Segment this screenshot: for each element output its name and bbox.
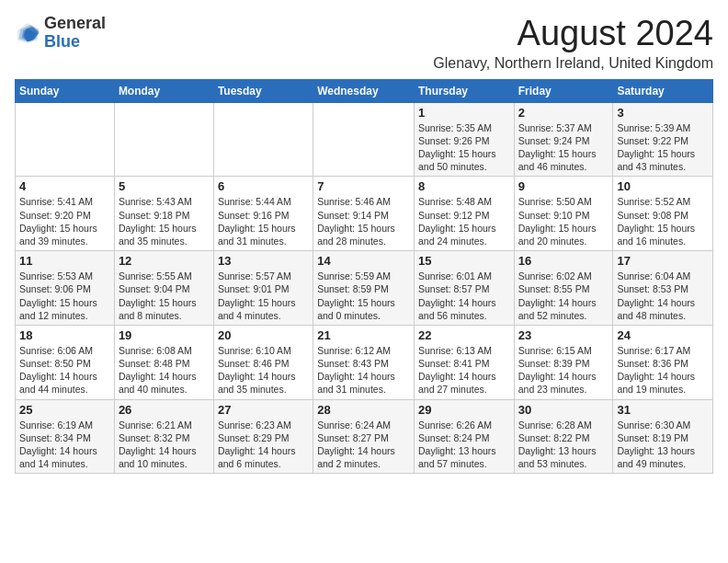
day-info: Sunrise: 5:35 AM Sunset: 9:26 PM Dayligh… xyxy=(418,121,510,174)
col-saturday: Saturday xyxy=(613,79,713,102)
day-number: 7 xyxy=(317,179,410,193)
day-number: 30 xyxy=(518,403,609,417)
calendar-week-row: 1Sunrise: 5:35 AM Sunset: 9:26 PM Daylig… xyxy=(16,102,713,177)
day-number: 3 xyxy=(617,106,709,120)
day-info: Sunrise: 5:53 AM Sunset: 9:06 PM Dayligh… xyxy=(19,270,110,322)
table-row: 7Sunrise: 5:46 AM Sunset: 9:14 PM Daylig… xyxy=(313,177,415,251)
day-info: Sunrise: 5:59 AM Sunset: 8:59 PM Dayligh… xyxy=(317,270,410,322)
day-info: Sunrise: 6:04 AM Sunset: 8:53 PM Dayligh… xyxy=(617,270,709,322)
day-number: 20 xyxy=(218,328,309,342)
day-number: 10 xyxy=(617,179,709,193)
table-row: 16Sunrise: 6:02 AM Sunset: 8:55 PM Dayli… xyxy=(514,251,613,326)
day-number: 9 xyxy=(518,179,609,193)
day-info: Sunrise: 6:19 AM Sunset: 8:34 PM Dayligh… xyxy=(19,419,110,471)
day-info: Sunrise: 5:50 AM Sunset: 9:10 PM Dayligh… xyxy=(518,195,609,247)
day-number: 29 xyxy=(418,403,510,417)
day-number: 25 xyxy=(19,403,110,417)
day-number: 4 xyxy=(19,179,110,193)
day-info: Sunrise: 5:39 AM Sunset: 9:22 PM Dayligh… xyxy=(617,121,709,174)
table-row: 12Sunrise: 5:55 AM Sunset: 9:04 PM Dayli… xyxy=(114,251,213,326)
page: General Blue August 2024 Glenavy, Northe… xyxy=(0,0,728,485)
logo-text: General Blue xyxy=(44,15,106,52)
title-block: August 2024 Glenavy, Northern Ireland, U… xyxy=(433,15,713,72)
table-row: 19Sunrise: 6:08 AM Sunset: 8:48 PM Dayli… xyxy=(114,325,213,399)
day-info: Sunrise: 6:24 AM Sunset: 8:27 PM Dayligh… xyxy=(317,419,410,471)
col-wednesday: Wednesday xyxy=(313,79,415,102)
table-row: 3Sunrise: 5:39 AM Sunset: 9:22 PM Daylig… xyxy=(613,102,713,177)
logo-icon xyxy=(15,20,40,46)
calendar-week-row: 18Sunrise: 6:06 AM Sunset: 8:50 PM Dayli… xyxy=(16,325,713,399)
day-info: Sunrise: 6:06 AM Sunset: 8:50 PM Dayligh… xyxy=(19,344,110,396)
day-info: Sunrise: 6:08 AM Sunset: 8:48 PM Dayligh… xyxy=(119,344,210,396)
table-row: 13Sunrise: 5:57 AM Sunset: 9:01 PM Dayli… xyxy=(213,251,313,326)
col-tuesday: Tuesday xyxy=(213,79,313,102)
day-number: 17 xyxy=(617,254,709,268)
table-row: 27Sunrise: 6:23 AM Sunset: 8:29 PM Dayli… xyxy=(213,399,313,474)
table-row: 18Sunrise: 6:06 AM Sunset: 8:50 PM Dayli… xyxy=(16,325,115,399)
day-number: 31 xyxy=(617,403,709,417)
table-row xyxy=(114,102,213,177)
table-row: 31Sunrise: 6:30 AM Sunset: 8:19 PM Dayli… xyxy=(613,399,713,474)
table-row: 4Sunrise: 5:41 AM Sunset: 9:20 PM Daylig… xyxy=(16,177,115,251)
logo: General Blue xyxy=(15,15,106,52)
table-row: 29Sunrise: 6:26 AM Sunset: 8:24 PM Dayli… xyxy=(414,399,514,474)
day-number: 26 xyxy=(119,403,210,417)
day-info: Sunrise: 5:48 AM Sunset: 9:12 PM Dayligh… xyxy=(418,195,510,247)
day-info: Sunrise: 6:30 AM Sunset: 8:19 PM Dayligh… xyxy=(617,419,709,471)
day-number: 5 xyxy=(119,179,210,193)
day-info: Sunrise: 6:02 AM Sunset: 8:55 PM Dayligh… xyxy=(518,270,609,322)
table-row xyxy=(313,102,415,177)
day-number: 8 xyxy=(418,179,510,193)
table-row: 9Sunrise: 5:50 AM Sunset: 9:10 PM Daylig… xyxy=(514,177,613,251)
table-row: 23Sunrise: 6:15 AM Sunset: 8:39 PM Dayli… xyxy=(514,325,613,399)
table-row: 8Sunrise: 5:48 AM Sunset: 9:12 PM Daylig… xyxy=(414,177,514,251)
calendar-table: Sunday Monday Tuesday Wednesday Thursday… xyxy=(15,79,713,474)
day-number: 2 xyxy=(518,106,609,120)
table-row: 6Sunrise: 5:44 AM Sunset: 9:16 PM Daylig… xyxy=(213,177,313,251)
day-number: 24 xyxy=(617,328,709,342)
day-number: 22 xyxy=(418,328,510,342)
table-row: 28Sunrise: 6:24 AM Sunset: 8:27 PM Dayli… xyxy=(313,399,415,474)
month-title: August 2024 xyxy=(433,15,713,53)
col-sunday: Sunday xyxy=(16,79,115,102)
day-number: 19 xyxy=(119,328,210,342)
day-number: 16 xyxy=(518,254,609,268)
calendar-header-row: Sunday Monday Tuesday Wednesday Thursday… xyxy=(16,79,713,102)
table-row: 20Sunrise: 6:10 AM Sunset: 8:46 PM Dayli… xyxy=(213,325,313,399)
day-info: Sunrise: 6:13 AM Sunset: 8:41 PM Dayligh… xyxy=(418,344,510,396)
day-info: Sunrise: 6:15 AM Sunset: 8:39 PM Dayligh… xyxy=(518,344,609,396)
day-info: Sunrise: 5:44 AM Sunset: 9:16 PM Dayligh… xyxy=(218,195,309,247)
table-row: 14Sunrise: 5:59 AM Sunset: 8:59 PM Dayli… xyxy=(313,251,415,326)
location: Glenavy, Northern Ireland, United Kingdo… xyxy=(433,55,713,72)
calendar-week-row: 25Sunrise: 6:19 AM Sunset: 8:34 PM Dayli… xyxy=(16,399,713,474)
day-info: Sunrise: 6:12 AM Sunset: 8:43 PM Dayligh… xyxy=(317,344,410,396)
day-number: 18 xyxy=(19,328,110,342)
table-row: 5Sunrise: 5:43 AM Sunset: 9:18 PM Daylig… xyxy=(114,177,213,251)
table-row: 15Sunrise: 6:01 AM Sunset: 8:57 PM Dayli… xyxy=(414,251,514,326)
day-info: Sunrise: 6:28 AM Sunset: 8:22 PM Dayligh… xyxy=(518,419,609,471)
day-number: 15 xyxy=(418,254,510,268)
table-row: 11Sunrise: 5:53 AM Sunset: 9:06 PM Dayli… xyxy=(16,251,115,326)
table-row: 30Sunrise: 6:28 AM Sunset: 8:22 PM Dayli… xyxy=(514,399,613,474)
table-row: 17Sunrise: 6:04 AM Sunset: 8:53 PM Dayli… xyxy=(613,251,713,326)
day-number: 13 xyxy=(218,254,309,268)
col-monday: Monday xyxy=(114,79,213,102)
day-info: Sunrise: 5:55 AM Sunset: 9:04 PM Dayligh… xyxy=(119,270,210,322)
day-number: 1 xyxy=(418,106,510,120)
table-row: 2Sunrise: 5:37 AM Sunset: 9:24 PM Daylig… xyxy=(514,102,613,177)
table-row xyxy=(16,102,115,177)
calendar-week-row: 11Sunrise: 5:53 AM Sunset: 9:06 PM Dayli… xyxy=(16,251,713,326)
day-number: 11 xyxy=(19,254,110,268)
day-info: Sunrise: 6:23 AM Sunset: 8:29 PM Dayligh… xyxy=(218,419,309,471)
table-row: 25Sunrise: 6:19 AM Sunset: 8:34 PM Dayli… xyxy=(16,399,115,474)
day-info: Sunrise: 6:10 AM Sunset: 8:46 PM Dayligh… xyxy=(218,344,309,396)
table-row: 1Sunrise: 5:35 AM Sunset: 9:26 PM Daylig… xyxy=(414,102,514,177)
day-number: 21 xyxy=(317,328,410,342)
day-info: Sunrise: 5:46 AM Sunset: 9:14 PM Dayligh… xyxy=(317,195,410,247)
day-number: 12 xyxy=(119,254,210,268)
table-row xyxy=(213,102,313,177)
day-info: Sunrise: 5:43 AM Sunset: 9:18 PM Dayligh… xyxy=(119,195,210,247)
header: General Blue August 2024 Glenavy, Northe… xyxy=(15,15,713,72)
col-friday: Friday xyxy=(514,79,613,102)
day-info: Sunrise: 6:21 AM Sunset: 8:32 PM Dayligh… xyxy=(119,419,210,471)
